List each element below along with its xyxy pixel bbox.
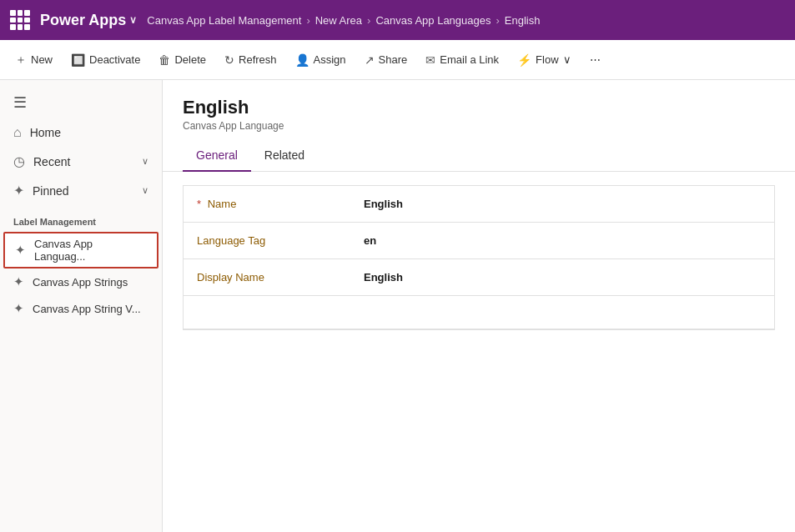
pinned-icon: ✦ bbox=[13, 183, 24, 198]
sidebar-canvas-app-string-v-label: Canvas App String V... bbox=[33, 303, 141, 315]
content-header: English Canvas App Language bbox=[163, 80, 795, 132]
breadcrumb-current: English bbox=[505, 14, 541, 27]
sidebar-item-canvas-app-language[interactable]: ✦ Canvas App Languag... bbox=[3, 232, 158, 269]
delete-button[interactable]: 🗑 Delete bbox=[150, 48, 214, 72]
toolbar: ＋ New 🔲 Deactivate 🗑 Delete ↻ Refresh 👤 … bbox=[0, 40, 795, 80]
canvas-app-language-icon: ✦ bbox=[15, 243, 26, 258]
form-section: * Name English Language Tag en Display N… bbox=[163, 185, 795, 330]
delete-icon: 🗑 bbox=[158, 53, 170, 67]
form-row-language-tag: Language Tag en bbox=[184, 223, 774, 259]
canvas-app-string-v-icon: ✦ bbox=[13, 301, 24, 316]
sidebar-home-label: Home bbox=[30, 126, 61, 139]
language-tag-label: Language Tag bbox=[184, 226, 350, 255]
sidebar-canvas-app-language-label: Canvas App Languag... bbox=[34, 238, 147, 263]
more-button[interactable]: ⋯ bbox=[581, 48, 609, 71]
name-value: English bbox=[350, 189, 774, 218]
name-label: * Name bbox=[184, 189, 350, 218]
flow-icon: ⚡ bbox=[517, 53, 531, 67]
refresh-icon: ↻ bbox=[224, 53, 234, 67]
deactivate-label: Deactivate bbox=[89, 53, 140, 66]
sidebar-item-recent[interactable]: ◷ Recent ∨ bbox=[0, 147, 162, 176]
new-icon: ＋ bbox=[15, 53, 27, 68]
app-name-chevron-icon: ∨ bbox=[129, 14, 137, 26]
recent-icon: ◷ bbox=[13, 153, 25, 169]
flow-button[interactable]: ⚡ Flow ∨ bbox=[509, 48, 579, 72]
deactivate-icon: 🔲 bbox=[71, 53, 85, 67]
name-label-text: Name bbox=[208, 198, 237, 210]
breadcrumb-sep-1: › bbox=[306, 14, 309, 27]
display-name-label: Display Name bbox=[184, 263, 350, 292]
share-button[interactable]: ↗ Share bbox=[356, 48, 416, 72]
canvas-app-strings-icon: ✦ bbox=[13, 274, 24, 289]
display-name-value: English bbox=[350, 263, 774, 292]
sidebar-recent-label: Recent bbox=[33, 155, 70, 168]
form-empty-row bbox=[184, 296, 774, 329]
breadcrumb: Canvas App Label Management › New Area ›… bbox=[147, 14, 540, 27]
tab-bar: General Related bbox=[163, 132, 795, 172]
home-icon: ⌂ bbox=[13, 125, 22, 140]
sidebar: ☰ ⌂ Home ◷ Recent ∨ ✦ Pinned ∨ Label Man… bbox=[0, 80, 163, 532]
new-button[interactable]: ＋ New bbox=[7, 48, 61, 73]
display-name-label-text: Display Name bbox=[197, 271, 264, 284]
app-name-text: Power Apps bbox=[40, 12, 126, 29]
email-label: Email a Link bbox=[440, 53, 499, 66]
page-subtitle: Canvas App Language bbox=[183, 120, 775, 132]
breadcrumb-sep-3: › bbox=[496, 14, 500, 27]
refresh-button[interactable]: ↻ Refresh bbox=[216, 48, 285, 72]
breadcrumb-languages[interactable]: Canvas App Languages bbox=[375, 14, 491, 27]
sidebar-item-pinned[interactable]: ✦ Pinned ∨ bbox=[0, 176, 162, 205]
deactivate-button[interactable]: 🔲 Deactivate bbox=[63, 48, 148, 72]
top-header: Power Apps ∨ Canvas App Label Management… bbox=[0, 0, 795, 40]
form-row-name: * Name English bbox=[184, 186, 774, 223]
sidebar-canvas-app-strings-label: Canvas App Strings bbox=[33, 276, 128, 289]
email-icon: ✉ bbox=[425, 53, 435, 67]
tab-related[interactable]: Related bbox=[251, 142, 318, 172]
new-label: New bbox=[31, 53, 53, 66]
email-link-button[interactable]: ✉ Email a Link bbox=[417, 48, 507, 72]
tab-general[interactable]: General bbox=[183, 142, 251, 172]
form-row-display-name: Display Name English bbox=[184, 259, 774, 296]
label-management-section: Label Management bbox=[0, 205, 162, 232]
more-icon: ⋯ bbox=[590, 53, 601, 66]
sidebar-item-home[interactable]: ⌂ Home bbox=[0, 118, 162, 147]
breadcrumb-section: Canvas App Label Management bbox=[147, 14, 301, 27]
language-tag-label-text: Language Tag bbox=[197, 234, 265, 247]
pinned-chevron-icon: ∨ bbox=[142, 185, 148, 196]
language-tag-value: en bbox=[350, 226, 774, 255]
breadcrumb-area[interactable]: New Area bbox=[315, 14, 362, 27]
assign-icon: 👤 bbox=[295, 53, 309, 67]
waffle-icon[interactable] bbox=[10, 10, 30, 30]
sidebar-toggle[interactable]: ☰ bbox=[0, 87, 162, 118]
flow-label: Flow bbox=[536, 53, 558, 66]
share-label: Share bbox=[379, 53, 408, 66]
assign-label: Assign bbox=[314, 53, 346, 66]
recent-chevron-icon: ∨ bbox=[142, 156, 148, 167]
share-icon: ↗ bbox=[365, 53, 375, 67]
form-table: * Name English Language Tag en Display N… bbox=[183, 185, 775, 330]
flow-chevron-icon: ∨ bbox=[563, 53, 571, 66]
app-name[interactable]: Power Apps ∨ bbox=[40, 12, 137, 29]
assign-button[interactable]: 👤 Assign bbox=[287, 48, 355, 72]
name-required-star: * bbox=[197, 198, 201, 210]
sidebar-pinned-label: Pinned bbox=[33, 184, 69, 198]
page-title: English bbox=[183, 97, 775, 118]
main-layout: ☰ ⌂ Home ◷ Recent ∨ ✦ Pinned ∨ Label Man… bbox=[0, 80, 795, 532]
sidebar-item-canvas-app-string-v[interactable]: ✦ Canvas App String V... bbox=[0, 295, 162, 322]
breadcrumb-sep-2: › bbox=[367, 14, 370, 27]
refresh-label: Refresh bbox=[239, 53, 277, 66]
delete-label: Delete bbox=[174, 53, 206, 66]
content-area: English Canvas App Language General Rela… bbox=[163, 80, 795, 532]
sidebar-item-canvas-app-strings[interactable]: ✦ Canvas App Strings bbox=[0, 269, 162, 295]
